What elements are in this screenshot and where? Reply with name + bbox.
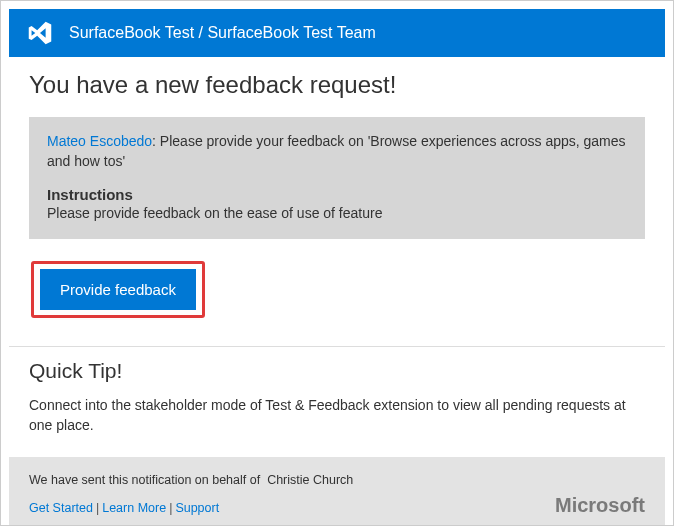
header-bar: SurfaceBook Test / SurfaceBook Test Team: [9, 9, 665, 57]
request-message: Mateo Escobedo: Please provide your feed…: [47, 131, 627, 172]
link-separator: |: [166, 501, 175, 515]
header-title: SurfaceBook Test / SurfaceBook Test Team: [69, 24, 376, 42]
learn-more-link[interactable]: Learn More: [102, 501, 166, 515]
instructions-text: Please provide feedback on the ease of u…: [47, 205, 627, 221]
footer-sent-text: We have sent this notification on behalf…: [29, 473, 645, 487]
provide-feedback-button[interactable]: Provide feedback: [40, 269, 196, 310]
visual-studio-icon: [25, 18, 55, 48]
tip-title: Quick Tip!: [29, 359, 645, 383]
support-link[interactable]: Support: [175, 501, 219, 515]
footer: We have sent this notification on behalf…: [9, 457, 665, 526]
page-title: You have a new feedback request!: [29, 71, 645, 99]
quick-tip-section: Quick Tip! Connect into the stakeholder …: [1, 347, 673, 454]
footer-links: Get Started|Learn More|Support: [29, 501, 645, 515]
link-separator: |: [93, 501, 102, 515]
cta-highlight-box: Provide feedback: [31, 261, 205, 318]
get-started-link[interactable]: Get Started: [29, 501, 93, 515]
feedback-request-box: Mateo Escobedo: Please provide your feed…: [29, 117, 645, 239]
footer-sent-name: Christie Church: [267, 473, 353, 487]
microsoft-logo: Microsoft: [555, 494, 645, 517]
requester-name-link[interactable]: Mateo Escobedo: [47, 133, 152, 149]
main-content: You have a new feedback request! Mateo E…: [1, 57, 673, 324]
footer-sent-prefix: We have sent this notification on behalf…: [29, 473, 264, 487]
tip-text: Connect into the stakeholder mode of Tes…: [29, 395, 645, 436]
instructions-heading: Instructions: [47, 186, 627, 203]
